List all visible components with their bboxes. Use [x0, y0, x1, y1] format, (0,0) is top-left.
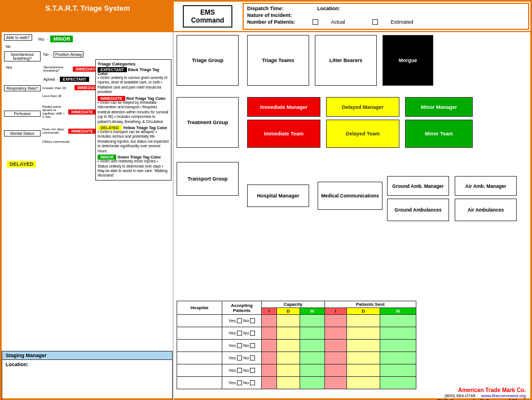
dispatch-time-label: Dispatch Time: [247, 6, 283, 11]
start-section: S.T.A.R.T. Triage System [2, 2, 174, 31]
no-cb-1[interactable] [250, 318, 255, 323]
greater-30-branch: Greater than 30 IMMEDIATE [42, 85, 102, 90]
sent-i-6[interactable] [324, 377, 347, 389]
sent-i-4[interactable] [324, 352, 347, 364]
sent-i-2[interactable] [324, 327, 347, 340]
sent-m-3[interactable] [380, 340, 416, 352]
delayed-badge-bottom: DELAYED [7, 161, 36, 167]
sent-d-3[interactable] [347, 340, 380, 352]
minor-cat: MINOR Green Triage Tag Color • Victim wi… [98, 155, 169, 178]
actual-checkbox[interactable] [313, 19, 318, 25]
capacity-col-header: Capacity [262, 301, 325, 308]
cap-m-3[interactable] [300, 340, 324, 352]
no-cb-3[interactable] [250, 343, 255, 348]
hospital-name-2[interactable] [177, 327, 222, 340]
footer-brand: American Trade Mark Co. [437, 387, 526, 393]
accepting-2: Yes No [222, 327, 262, 340]
yes-cb-2[interactable] [237, 331, 242, 336]
obeys-branch: Obeys commands [42, 140, 96, 143]
sent-i-3[interactable] [324, 340, 347, 352]
hospital-col-header: Hospital [177, 301, 222, 315]
table-row: Yes No [177, 315, 416, 327]
footer-phone: (800) 964-0748 [445, 393, 476, 398]
sent-m-5[interactable] [380, 364, 416, 377]
able-to-walk-label: Able to walk? [4, 34, 32, 41]
yes-cb-5[interactable] [237, 368, 242, 373]
immediate-badge-mental: IMMEDIATE [68, 129, 96, 134]
cap-i-4[interactable] [262, 352, 277, 364]
sent-d-1[interactable] [347, 315, 380, 327]
delayed-cat: DELAYED Yellow Triage Tag Color • Victim… [98, 126, 169, 153]
perfusion-branches: Radial pulse absent or capillary refill … [42, 105, 96, 118]
delayed-desc: • Victim's transport can be delayed. • I… [98, 130, 169, 153]
hospital-name-6[interactable] [177, 377, 222, 389]
minor-team-box: Minor Team [405, 120, 473, 148]
sent-i-1[interactable] [324, 315, 347, 327]
spontaneous2-branch: Spontaneous breathing? IMMEDIATE [43, 65, 100, 72]
hospital-name-5[interactable] [177, 364, 222, 377]
yes-label-2: Yes [6, 65, 12, 69]
cap-i-6[interactable] [262, 377, 277, 389]
ground-amb-manager-box: Ground Amb. Manager [387, 176, 449, 196]
cap-d-6[interactable] [277, 377, 300, 389]
hospital-name-1[interactable] [177, 315, 222, 327]
immediate-color-label: Red Triage Tag Color [126, 96, 166, 100]
sent-d-2[interactable] [347, 327, 380, 340]
triage-group-box: Triage Group [177, 35, 239, 86]
yes-no-cell-3: Yes No [223, 343, 260, 348]
yes-cb-3[interactable] [237, 343, 242, 348]
no-label-1: No [6, 45, 11, 49]
less-30-label: Less than 30 [42, 94, 102, 98]
cap-d-3[interactable] [277, 340, 300, 352]
cap-d-2[interactable] [277, 327, 300, 340]
immediate-badge-perf: IMMEDIATE [68, 109, 96, 115]
mental-branches: Does not obey commands IMMEDIATE Obeys c… [42, 128, 96, 143]
no-cb-4[interactable] [250, 355, 255, 361]
cap-d-4[interactable] [277, 352, 300, 364]
immediate-cat: IMMEDIATE Red Triage Tag Color • Victim … [98, 96, 169, 124]
cap-i-3[interactable] [262, 340, 277, 352]
no-cb-5[interactable] [250, 368, 255, 373]
sent-d-5[interactable] [347, 364, 380, 377]
cap-m-2[interactable] [300, 327, 324, 340]
yes-no-cell-2: Yes No [223, 331, 260, 336]
resp-branches: Greater than 30 IMMEDIATE Less than 30 [42, 85, 102, 98]
cap-i-2[interactable] [262, 327, 277, 340]
sent-i-5[interactable] [324, 364, 347, 377]
cap-m-4[interactable] [300, 352, 324, 364]
cap-m-6[interactable] [300, 377, 324, 389]
yes-cb-6[interactable] [237, 380, 242, 385]
cap-i-5[interactable] [262, 364, 277, 377]
sent-m-1[interactable] [380, 315, 416, 327]
yes-cb-4[interactable] [237, 355, 242, 361]
hospital-name-4[interactable] [177, 352, 222, 364]
hospital-table: Hospital Accepting Patients Capacity Pat… [177, 301, 416, 389]
table-row: Yes No [177, 327, 416, 340]
sent-d-4[interactable] [347, 352, 380, 364]
sent-m-4[interactable] [380, 352, 416, 364]
cap-m-5[interactable] [300, 364, 324, 377]
header-bar: S.T.A.R.T. Triage System EMS Command Dis… [2, 2, 530, 32]
sent-m-6[interactable] [380, 377, 416, 389]
no-cb-2[interactable] [250, 331, 255, 336]
hospital-name-3[interactable] [177, 340, 222, 352]
cap-d-1[interactable] [277, 315, 300, 327]
treatment-group-box: Treatment Group [177, 97, 239, 148]
staging-manager: Staging Manager Location: [2, 351, 173, 400]
yes-cb-1[interactable] [237, 318, 242, 323]
cap-i-1[interactable] [262, 315, 277, 327]
cap-d-5[interactable] [277, 364, 300, 377]
cap-m-1[interactable] [300, 315, 324, 327]
accepting-4: Yes No [222, 352, 262, 364]
actual-label: Actual [331, 19, 345, 25]
table-row: Yes No [177, 364, 416, 377]
sent-i-header: I [324, 308, 347, 315]
footer-site: www.firecommand.org [481, 393, 526, 398]
accepting-col-header: Accepting Patients [222, 301, 262, 315]
estimated-checkbox[interactable] [372, 19, 378, 25]
sent-d-6[interactable] [347, 377, 380, 389]
dispatch-row-2: Nature of Incident: [247, 12, 525, 18]
dispatch-row-1: Dispatch Time: Location: [247, 6, 525, 11]
no-cb-6[interactable] [250, 380, 255, 385]
sent-m-2[interactable] [380, 327, 416, 340]
